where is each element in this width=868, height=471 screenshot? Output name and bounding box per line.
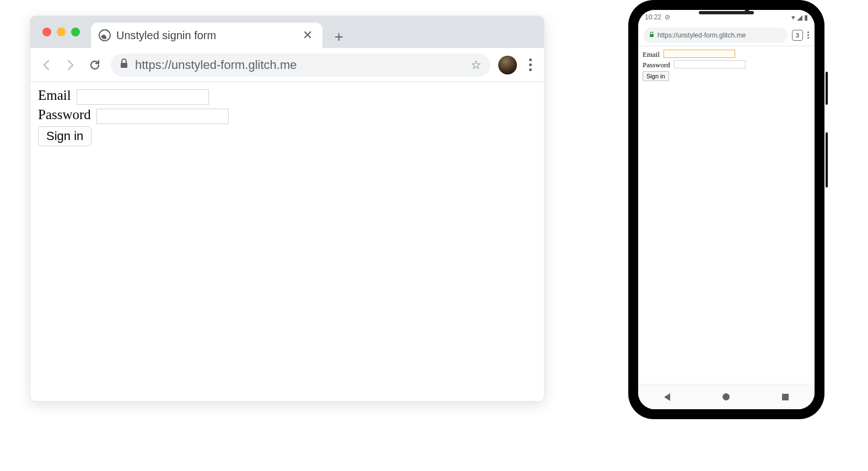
lock-icon [649, 31, 654, 39]
android-back-button[interactable] [664, 393, 670, 401]
arrow-left-icon [40, 58, 53, 72]
phone-menu-button[interactable] [807, 31, 809, 39]
close-window-button[interactable] [42, 28, 51, 36]
signin-button[interactable]: Sign in [643, 71, 669, 81]
minimize-window-button[interactable] [57, 28, 66, 36]
password-input[interactable] [96, 109, 229, 124]
phone-system-navbar [638, 384, 815, 409]
phone-side-button [826, 132, 828, 188]
email-row: Email [643, 50, 810, 59]
do-not-disturb-icon: ⊘ [665, 13, 670, 21]
svg-rect-0 [121, 63, 127, 68]
wifi-icon: ▾ [791, 13, 795, 22]
phone-screen: 10:22 ⊘ ▾ ◢ ▮ https://unstyled-form.glit… [638, 10, 815, 409]
phone-url-text: https://unstyled-form.glitch.me [657, 31, 746, 39]
browser-toolbar: https://unstyled-form.glitch.me ☆ [30, 48, 544, 82]
password-label: Password [38, 107, 91, 122]
page-viewport: Email Password Sign in [30, 82, 544, 154]
phone-camera [745, 9, 750, 14]
email-input[interactable] [77, 89, 209, 105]
reload-icon [88, 58, 101, 72]
phone-side-button [826, 72, 828, 105]
submit-row: Sign in [643, 71, 810, 81]
password-row: Password [38, 107, 536, 124]
address-bar[interactable]: https://unstyled-form.glitch.me ☆ [111, 53, 490, 77]
globe-icon [99, 29, 111, 41]
svg-rect-1 [650, 34, 654, 36]
tabs-count-value: 3 [796, 32, 799, 39]
browser-menu-button[interactable] [525, 58, 536, 71]
phone-address-bar[interactable]: https://unstyled-form.glitch.me [644, 28, 788, 43]
bookmark-star-icon[interactable]: ☆ [471, 58, 482, 72]
email-row: Email [38, 88, 536, 105]
lock-icon [120, 58, 128, 71]
password-input[interactable] [674, 60, 746, 68]
new-tab-button[interactable]: + [328, 26, 350, 48]
tabs-count-button[interactable]: 3 [792, 30, 803, 41]
close-tab-icon[interactable]: ✕ [300, 28, 315, 42]
android-recent-button[interactable] [782, 394, 789, 400]
tab-strip: Unstyled signin form ✕ + [30, 16, 544, 48]
status-time: 10:22 [645, 13, 661, 21]
email-input[interactable] [664, 50, 735, 58]
forward-button[interactable] [62, 57, 79, 73]
email-label: Email [643, 50, 660, 58]
desktop-browser-window: Unstyled signin form ✕ + https://unstyle… [30, 15, 544, 402]
phone-browser-toolbar: https://unstyled-form.glitch.me 3 [638, 24, 815, 46]
email-label: Email [38, 88, 71, 103]
window-controls [37, 16, 91, 48]
password-row: Password [643, 60, 810, 69]
phone-page-viewport: Email Password Sign in [638, 46, 815, 384]
signin-button[interactable]: Sign in [38, 126, 91, 146]
signal-icon: ◢ [797, 13, 802, 22]
battery-icon: ▮ [804, 13, 808, 22]
android-home-button[interactable] [723, 393, 730, 400]
browser-tab[interactable]: Unstyled signin form ✕ [91, 23, 322, 48]
maximize-window-button[interactable] [71, 28, 80, 36]
profile-avatar[interactable] [498, 56, 517, 74]
back-button[interactable] [38, 57, 55, 73]
reload-button[interactable] [87, 57, 103, 73]
submit-row: Sign in [38, 126, 536, 146]
arrow-right-icon [64, 58, 77, 72]
tab-title: Unstyled signin form [116, 29, 295, 42]
url-text: https://unstyled-form.glitch.me [135, 58, 464, 72]
password-label: Password [643, 61, 670, 69]
phone-device-frame: 10:22 ⊘ ▾ ◢ ▮ https://unstyled-form.glit… [628, 0, 824, 419]
